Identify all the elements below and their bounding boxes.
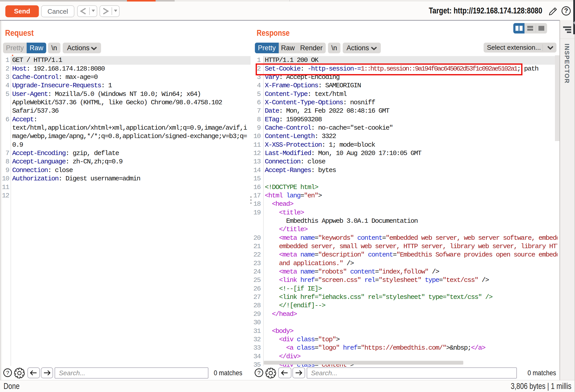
svg-text:?: ? [6, 370, 9, 376]
svg-text:?: ? [257, 370, 260, 376]
svg-text:?: ? [564, 7, 568, 14]
